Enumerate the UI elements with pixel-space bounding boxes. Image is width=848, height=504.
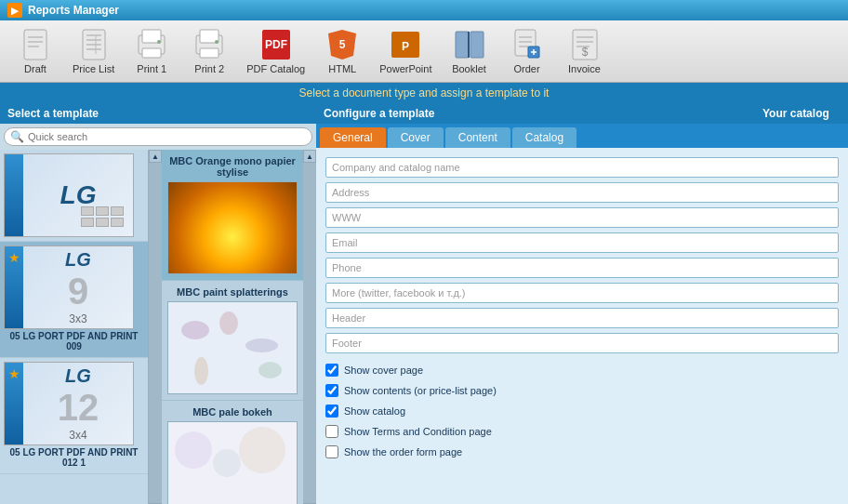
right-scroll-up-button[interactable]: ▲ — [303, 150, 316, 163]
price-list-icon — [77, 28, 111, 61]
tool-draft[interactable]: Draft — [7, 24, 63, 78]
tool-invoice[interactable]: $ Invoice — [557, 24, 613, 78]
html-icon: 5 — [325, 28, 359, 61]
powerpoint-label: PowerPoint — [379, 63, 431, 74]
subtitle-bar: Select a document type and assign a temp… — [0, 83, 848, 103]
www-input[interactable] — [325, 207, 839, 228]
search-input[interactable] — [28, 131, 306, 142]
tab-general[interactable]: General — [320, 127, 386, 148]
tool-print1[interactable]: Print 1 — [124, 24, 179, 78]
tab-content[interactable]: Content — [445, 127, 510, 148]
pdf-catalog-label: PDF Catalog — [246, 63, 305, 74]
template-preview — [167, 421, 298, 504]
show-terms-row: Show Terms and Condition page — [325, 425, 839, 438]
svg-rect-12 — [142, 48, 161, 58]
form-area: Show cover page Show contents (or price-… — [316, 148, 848, 504]
search-box[interactable]: 🔍 — [4, 127, 312, 146]
more-input[interactable] — [325, 283, 839, 303]
star-icon: ★ — [8, 250, 20, 265]
svg-point-17 — [215, 40, 219, 44]
svg-text:P: P — [402, 40, 409, 53]
title-bar: ▶ Reports Manager — [0, 0, 848, 20]
app-icon: ▶ — [7, 3, 22, 18]
print1-icon — [135, 28, 168, 61]
html-label: HTML — [328, 63, 356, 74]
show-order-label: Show the order form page — [344, 446, 462, 458]
header-input[interactable] — [325, 308, 839, 328]
list-item[interactable]: MBC pale bokeh — [162, 401, 303, 504]
tool-powerpoint[interactable]: P PowerPoint — [372, 24, 439, 78]
main-content: Select a template 🔍 LG — [0, 103, 848, 504]
list-item[interactable]: ★ LG 9 3x3 05 LG PORT PDF AND PRINT 009 — [0, 242, 148, 358]
list-item[interactable]: MBC Orange mono papier stylise — [162, 150, 303, 281]
show-contents-row: Show contents (or price-list page) — [325, 384, 839, 397]
tool-print2[interactable]: Print 2 — [181, 24, 237, 78]
template-preview — [167, 181, 298, 274]
company-input[interactable] — [325, 157, 839, 178]
show-cover-row: Show cover page — [325, 364, 839, 377]
pdf-catalog-icon: PDF — [259, 28, 293, 61]
order-icon — [510, 28, 544, 61]
template-label: 05 LG PORT PDF AND PRINT 012 1 — [4, 445, 144, 470]
show-cover-checkbox[interactable] — [325, 364, 338, 377]
svg-text:PDF: PDF — [265, 38, 287, 51]
template-name: MBC pale bokeh — [167, 406, 298, 418]
toolbar: Draft Price List Print 1 — [0, 20, 848, 83]
list-item[interactable]: ★ LG 12 3x4 05 LG PORT PDF AND PRINT 012… — [0, 358, 148, 474]
print1-label: Print 1 — [137, 63, 166, 74]
tool-booklet[interactable]: Booklet — [442, 24, 497, 78]
star-icon: ★ — [8, 366, 20, 381]
booklet-label: Booklet — [452, 63, 486, 74]
templates-container: LG — [0, 150, 316, 504]
catalog-header: Your catalog — [755, 103, 848, 124]
template-name: MBC paint splatterings — [167, 286, 298, 298]
email-input[interactable] — [325, 232, 839, 253]
svg-point-13 — [157, 40, 161, 44]
left-panel: Select a template 🔍 LG — [0, 103, 316, 504]
template-name: MBC Orange mono papier stylise — [167, 155, 298, 178]
template-label: 05 LG PORT PDF AND PRINT 009 — [4, 329, 144, 353]
footer-input[interactable] — [325, 333, 839, 353]
show-catalog-row: Show catalog — [325, 405, 839, 418]
show-catalog-label: Show catalog — [344, 405, 405, 417]
tool-price-list[interactable]: Price List — [65, 24, 122, 78]
svg-text:5: 5 — [339, 38, 346, 51]
tabs-bar: General Cover Content Catalog — [316, 124, 848, 148]
draft-label: Draft — [24, 63, 46, 74]
booklet-icon — [453, 28, 486, 61]
show-terms-checkbox[interactable] — [325, 425, 338, 438]
show-cover-label: Show cover page — [344, 365, 423, 376]
tool-order[interactable]: Order — [499, 24, 555, 78]
tool-html[interactable]: 5 HTML — [314, 24, 370, 78]
address-input[interactable] — [325, 182, 839, 203]
app-title: Reports Manager — [28, 4, 119, 17]
svg-rect-16 — [200, 48, 219, 58]
tool-pdf-catalog[interactable]: PDF PDF Catalog — [239, 24, 312, 78]
show-order-row: Show the order form page — [325, 445, 839, 458]
show-catalog-checkbox[interactable] — [325, 405, 338, 418]
print2-icon — [192, 28, 226, 61]
svg-rect-24 — [456, 32, 469, 58]
tab-cover[interactable]: Cover — [388, 127, 444, 148]
invoice-label: Invoice — [568, 63, 601, 74]
svg-rect-0 — [24, 30, 46, 60]
scroll-up-button[interactable]: ▲ — [149, 150, 162, 163]
right-panel: Configure a template Your catalog Genera… — [316, 103, 848, 504]
invoice-icon: $ — [568, 28, 602, 61]
subtitle-text: Select a document type and assign a temp… — [299, 86, 550, 99]
price-list-label: Price List — [73, 63, 114, 74]
show-contents-checkbox[interactable] — [325, 384, 338, 397]
show-contents-label: Show contents (or price-list page) — [344, 385, 497, 396]
right-thumb-list: MBC Orange mono papier stylise MBC paint… — [162, 150, 303, 504]
show-order-checkbox[interactable] — [325, 445, 338, 458]
svg-rect-25 — [470, 32, 484, 58]
phone-input[interactable] — [325, 258, 839, 278]
order-label: Order — [513, 63, 539, 74]
template-preview — [167, 301, 298, 394]
list-item[interactable]: MBC paint splatterings — [162, 281, 303, 401]
draft-icon — [19, 28, 52, 61]
list-item[interactable]: LG — [0, 150, 148, 242]
left-panel-header: Select a template — [0, 103, 316, 124]
tab-catalog[interactable]: Catalog — [512, 127, 576, 148]
powerpoint-icon: P — [389, 28, 422, 61]
